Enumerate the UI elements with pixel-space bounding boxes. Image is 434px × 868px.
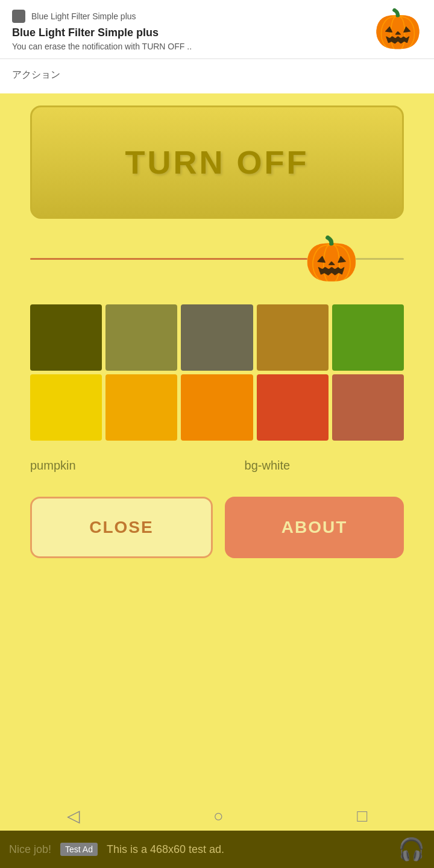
ad-test-badge: Test Ad [60, 843, 98, 856]
notification-panel: Blue Light Filter Simple plus Blue Light… [0, 0, 434, 59]
color-swatch-10[interactable] [332, 374, 404, 441]
notification-title: Blue Light Filter Simple plus [12, 27, 368, 39]
app-name: Blue Light Filter Simple plus [31, 11, 136, 21]
notification-body: You can erase the notification with TURN… [12, 42, 368, 51]
ad-banner: Nice job! Test Ad This is a 468x60 test … [0, 831, 434, 868]
color-swatch-3[interactable] [181, 304, 253, 371]
slider-thumb-icon: 🎃 [304, 237, 359, 280]
color-swatch-8[interactable] [181, 374, 253, 441]
color-swatch-4[interactable] [257, 304, 329, 371]
label-bg-white: bg-white [245, 459, 291, 473]
intensity-slider[interactable]: 🎃 [30, 237, 404, 280]
action-buttons-row: CLOSE ABOUT [30, 497, 404, 558]
actions-label: アクション [0, 59, 434, 93]
color-grid [30, 304, 404, 441]
label-pumpkin: pumpkin [30, 459, 76, 473]
close-button[interactable]: CLOSE [30, 497, 213, 558]
color-swatch-5[interactable] [332, 304, 404, 371]
notification-pumpkin-icon: 🎃 [374, 10, 422, 48]
nav-back-button[interactable]: ◁ [67, 806, 80, 826]
labels-row: pumpkin bg-white [30, 459, 404, 473]
nav-recents-button[interactable]: □ [357, 807, 367, 826]
ad-headphones-icon: 🎧 [398, 837, 425, 862]
main-area: TURN OFF 🎃 pumpkin bg-white CLOSE ABOUT [0, 93, 434, 588]
ad-description-text: This is a 468x60 test ad. [107, 843, 389, 856]
color-swatch-6[interactable] [30, 374, 102, 441]
turn-off-label: TURN OFF [125, 143, 309, 181]
about-button[interactable]: ABOUT [225, 497, 404, 558]
ad-nice-job-text: Nice job! [9, 843, 51, 856]
color-swatch-7[interactable] [105, 374, 177, 441]
slider-track-left [30, 258, 307, 260]
navigation-bar: ◁ ○ □ [0, 800, 434, 832]
color-swatch-1[interactable] [30, 304, 102, 371]
notification-content: Blue Light Filter Simple plus Blue Light… [12, 10, 368, 51]
turn-off-button[interactable]: TURN OFF [30, 105, 404, 219]
color-swatch-2[interactable] [105, 304, 177, 371]
color-swatch-9[interactable] [257, 374, 329, 441]
app-icon [12, 10, 25, 23]
notification-app-row: Blue Light Filter Simple plus [12, 10, 368, 23]
slider-track-right [356, 258, 404, 260]
nav-home-button[interactable]: ○ [213, 807, 224, 826]
